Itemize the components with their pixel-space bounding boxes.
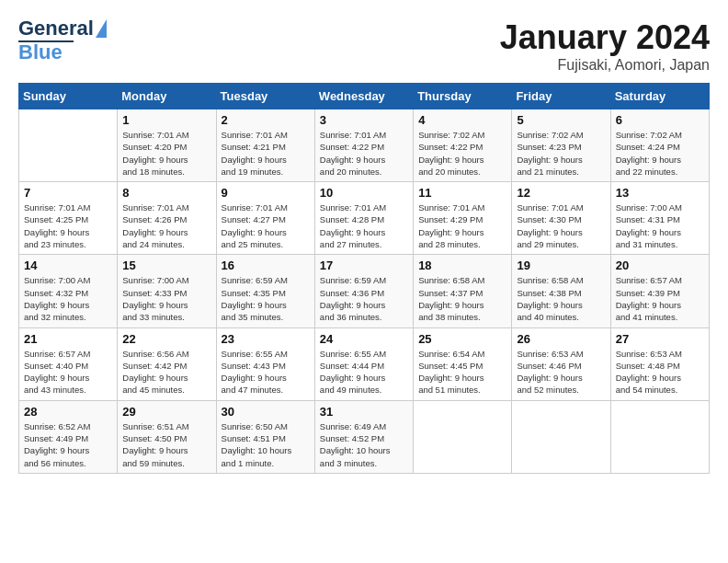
calendar-cell: 15Sunrise: 7:00 AMSunset: 4:33 PMDayligh…	[118, 255, 216, 327]
day-info: Sunrise: 7:01 AMSunset: 4:30 PMDaylight:…	[517, 201, 605, 250]
calendar-cell: 2Sunrise: 7:01 AMSunset: 4:21 PMDaylight…	[216, 109, 314, 182]
day-info: Sunrise: 6:55 AMSunset: 4:43 PMDaylight:…	[222, 348, 310, 396]
calendar-cell: 30Sunrise: 6:50 AMSunset: 4:51 PMDayligh…	[216, 400, 314, 473]
day-number: 2	[222, 113, 310, 127]
day-number: 18	[418, 259, 506, 272]
calendar-cell: 3Sunrise: 7:01 AMSunset: 4:22 PMDaylight…	[314, 109, 413, 182]
calendar-cell: 11Sunrise: 7:01 AMSunset: 4:29 PMDayligh…	[414, 182, 512, 255]
calendar-cell: 7Sunrise: 7:01 AMSunset: 4:25 PMDaylight…	[19, 182, 118, 255]
day-number: 19	[517, 259, 605, 272]
calendar-table: SundayMondayTuesdayWednesdayThursdayFrid…	[18, 83, 710, 474]
calendar-cell: 27Sunrise: 6:53 AMSunset: 4:48 PMDayligh…	[610, 327, 709, 400]
calendar-cell	[610, 400, 709, 473]
calendar-cell: 16Sunrise: 6:59 AMSunset: 4:35 PMDayligh…	[216, 255, 314, 327]
calendar-week-row: 1Sunrise: 7:01 AMSunset: 4:20 PMDaylight…	[19, 109, 710, 182]
day-number: 16	[222, 259, 310, 272]
header-row: SundayMondayTuesdayWednesdayThursdayFrid…	[19, 84, 710, 109]
month-title: January 2024	[500, 18, 710, 57]
day-info: Sunrise: 7:01 AMSunset: 4:22 PMDaylight:…	[320, 129, 408, 178]
calendar-cell: 9Sunrise: 7:01 AMSunset: 4:27 PMDaylight…	[216, 182, 314, 255]
day-number: 6	[616, 113, 704, 127]
day-number: 17	[320, 259, 408, 272]
calendar-cell: 1Sunrise: 7:01 AMSunset: 4:20 PMDaylight…	[118, 109, 216, 182]
day-number: 25	[418, 332, 506, 346]
day-number: 15	[122, 259, 210, 272]
calendar-cell: 6Sunrise: 7:02 AMSunset: 4:24 PMDaylight…	[610, 109, 709, 182]
day-info: Sunrise: 7:01 AMSunset: 4:27 PMDaylight:…	[222, 201, 310, 250]
calendar-cell: 5Sunrise: 7:02 AMSunset: 4:23 PMDaylight…	[512, 109, 610, 182]
day-info: Sunrise: 6:49 AMSunset: 4:52 PMDaylight:…	[320, 420, 408, 469]
day-number: 28	[24, 405, 112, 419]
day-number: 8	[122, 186, 210, 200]
day-number: 4	[418, 113, 506, 127]
calendar-cell: 12Sunrise: 7:01 AMSunset: 4:30 PMDayligh…	[512, 182, 610, 255]
day-info: Sunrise: 6:56 AMSunset: 4:42 PMDaylight:…	[122, 348, 210, 396]
day-info: Sunrise: 6:51 AMSunset: 4:50 PMDaylight:…	[122, 420, 210, 469]
day-number: 5	[517, 113, 605, 127]
day-info: Sunrise: 6:55 AMSunset: 4:44 PMDaylight:…	[320, 348, 408, 396]
day-info: Sunrise: 7:01 AMSunset: 4:25 PMDaylight:…	[24, 201, 112, 250]
day-number: 1	[122, 113, 210, 127]
calendar-cell: 10Sunrise: 7:01 AMSunset: 4:28 PMDayligh…	[314, 182, 413, 255]
day-info: Sunrise: 7:02 AMSunset: 4:22 PMDaylight:…	[418, 129, 506, 178]
day-info: Sunrise: 6:50 AMSunset: 4:51 PMDaylight:…	[222, 420, 310, 469]
calendar-cell: 17Sunrise: 6:59 AMSunset: 4:36 PMDayligh…	[314, 255, 413, 327]
day-number: 10	[320, 186, 408, 200]
day-number: 30	[222, 405, 310, 419]
day-number: 24	[320, 332, 408, 346]
calendar-cell: 20Sunrise: 6:57 AMSunset: 4:39 PMDayligh…	[610, 255, 709, 327]
day-number: 14	[24, 259, 112, 272]
calendar-cell: 21Sunrise: 6:57 AMSunset: 4:40 PMDayligh…	[19, 327, 118, 400]
calendar-week-row: 14Sunrise: 7:00 AMSunset: 4:32 PMDayligh…	[19, 255, 710, 327]
calendar-cell: 28Sunrise: 6:52 AMSunset: 4:49 PMDayligh…	[19, 400, 118, 473]
calendar-cell: 31Sunrise: 6:49 AMSunset: 4:52 PMDayligh…	[314, 400, 413, 473]
calendar-cell: 8Sunrise: 7:01 AMSunset: 4:26 PMDaylight…	[118, 182, 216, 255]
day-info: Sunrise: 7:01 AMSunset: 4:26 PMDaylight:…	[122, 201, 210, 250]
day-info: Sunrise: 6:57 AMSunset: 4:39 PMDaylight:…	[616, 274, 704, 323]
day-info: Sunrise: 7:02 AMSunset: 4:24 PMDaylight:…	[616, 129, 704, 178]
day-number: 21	[24, 332, 112, 346]
calendar-cell: 24Sunrise: 6:55 AMSunset: 4:44 PMDayligh…	[314, 327, 413, 400]
header-day-monday: Monday	[118, 84, 216, 109]
calendar-cell	[512, 400, 610, 473]
header-day-thursday: Thursday	[414, 84, 512, 109]
day-number: 20	[616, 259, 704, 272]
header-day-wednesday: Wednesday	[314, 84, 413, 109]
header-day-tuesday: Tuesday	[216, 84, 314, 109]
logo-triangle-icon	[96, 19, 107, 38]
calendar-cell: 4Sunrise: 7:02 AMSunset: 4:22 PMDaylight…	[414, 109, 512, 182]
day-info: Sunrise: 7:01 AMSunset: 4:20 PMDaylight:…	[122, 129, 210, 178]
calendar-cell: 19Sunrise: 6:58 AMSunset: 4:38 PMDayligh…	[512, 255, 610, 327]
day-info: Sunrise: 6:53 AMSunset: 4:48 PMDaylight:…	[616, 348, 704, 396]
day-info: Sunrise: 7:00 AMSunset: 4:33 PMDaylight:…	[122, 274, 210, 323]
day-number: 27	[616, 332, 704, 346]
day-info: Sunrise: 7:00 AMSunset: 4:31 PMDaylight:…	[616, 201, 704, 250]
day-number: 3	[320, 113, 408, 127]
logo-text: General	[18, 18, 94, 39]
calendar-cell	[19, 109, 118, 182]
title-block: January 2024 Fujisaki, Aomori, Japan	[500, 18, 710, 74]
day-number: 31	[320, 405, 408, 419]
calendar-week-row: 21Sunrise: 6:57 AMSunset: 4:40 PMDayligh…	[19, 327, 710, 400]
day-number: 23	[222, 332, 310, 346]
day-info: Sunrise: 6:54 AMSunset: 4:45 PMDaylight:…	[418, 348, 506, 396]
calendar-cell: 25Sunrise: 6:54 AMSunset: 4:45 PMDayligh…	[414, 327, 512, 400]
day-info: Sunrise: 7:01 AMSunset: 4:21 PMDaylight:…	[222, 129, 310, 178]
calendar-cell: 13Sunrise: 7:00 AMSunset: 4:31 PMDayligh…	[610, 182, 709, 255]
calendar-cell: 14Sunrise: 7:00 AMSunset: 4:32 PMDayligh…	[19, 255, 118, 327]
location: Fujisaki, Aomori, Japan	[500, 57, 710, 74]
day-info: Sunrise: 7:00 AMSunset: 4:32 PMDaylight:…	[24, 274, 112, 323]
calendar-cell: 23Sunrise: 6:55 AMSunset: 4:43 PMDayligh…	[216, 327, 314, 400]
day-info: Sunrise: 7:01 AMSunset: 4:29 PMDaylight:…	[418, 201, 506, 250]
day-number: 26	[517, 332, 605, 346]
logo-blue: Blue	[18, 42, 63, 63]
day-info: Sunrise: 6:58 AMSunset: 4:37 PMDaylight:…	[418, 274, 506, 323]
calendar-cell: 29Sunrise: 6:51 AMSunset: 4:50 PMDayligh…	[118, 400, 216, 473]
logo: General Blue	[18, 18, 107, 63]
day-number: 13	[616, 186, 704, 200]
day-info: Sunrise: 6:57 AMSunset: 4:40 PMDaylight:…	[24, 348, 112, 396]
header-day-friday: Friday	[512, 84, 610, 109]
day-info: Sunrise: 6:59 AMSunset: 4:35 PMDaylight:…	[222, 274, 310, 323]
day-info: Sunrise: 6:52 AMSunset: 4:49 PMDaylight:…	[24, 420, 112, 469]
day-info: Sunrise: 6:59 AMSunset: 4:36 PMDaylight:…	[320, 274, 408, 323]
